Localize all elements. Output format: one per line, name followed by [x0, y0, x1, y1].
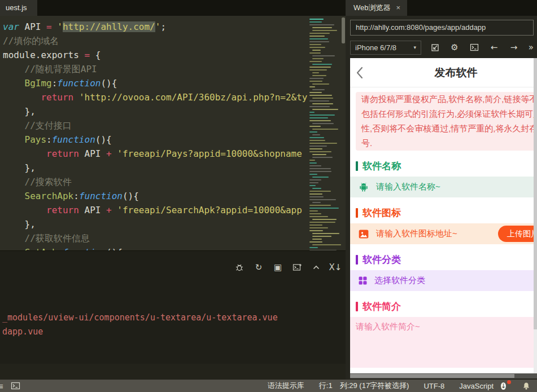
minimap-line	[312, 55, 335, 56]
minimap-line	[309, 117, 328, 118]
open-external-icon[interactable]	[430, 42, 440, 52]
minimap-line	[309, 216, 328, 217]
minimap-line	[309, 21, 322, 23]
minimap-line	[309, 19, 324, 20]
scrollbar-thumb[interactable]	[350, 374, 514, 378]
nav-forward-icon[interactable]: →	[509, 42, 519, 52]
editor-vertical-scrollbar[interactable]	[341, 16, 346, 266]
minimap-line	[309, 81, 322, 82]
minimap-line	[309, 196, 324, 197]
url-input[interactable]: http://ahlly.com:8080/pages/app/addapp	[350, 20, 534, 36]
app-name-input[interactable]: 请输入软件名称~	[350, 177, 537, 197]
app-name-placeholder: 请输入软件名称~	[376, 182, 440, 192]
minimap-line	[309, 210, 318, 212]
minimap-line	[309, 61, 322, 62]
editor-minimap[interactable]	[308, 16, 342, 266]
code-line: BgImg:function(){	[3, 76, 308, 90]
minimap-line	[309, 78, 324, 79]
app-category-select[interactable]: 选择软件分类	[350, 270, 537, 291]
code-area[interactable]: var API = 'http://ahlly.com/';//填你的域名mod…	[0, 16, 308, 266]
app-description-textarea[interactable]: 请输入软件简介~	[350, 317, 537, 368]
minimap-line	[309, 185, 316, 186]
code-line: module.exports = {	[3, 48, 308, 62]
clear-console-icon[interactable]: X↓	[330, 262, 340, 272]
terminal-icon[interactable]	[469, 42, 479, 52]
minimap-line	[309, 41, 329, 42]
restart-icon[interactable]: ↻	[254, 262, 264, 272]
minimap-line	[309, 106, 330, 107]
code-line: //支付接口	[3, 118, 308, 133]
upload-image-button[interactable]: 上传图片	[498, 226, 537, 242]
minimap-line	[309, 222, 335, 223]
code-line: //随机背景图API	[3, 62, 308, 76]
new-terminal-icon[interactable]	[292, 262, 302, 272]
code-line: //获取软件信息	[3, 231, 308, 245]
minimap-line	[309, 140, 325, 141]
scrollbar-thumb[interactable]	[534, 58, 537, 329]
section-title-app-description: 软件简介	[350, 299, 537, 313]
encoding[interactable]: UTF-8	[424, 382, 444, 390]
editor-tab-label: uest.js	[6, 3, 27, 12]
minimap-line	[309, 131, 317, 133]
minimap-line	[312, 89, 325, 90]
editor-tab-request-js[interactable]: uest.js	[0, 0, 37, 16]
minimap-line	[309, 174, 317, 175]
nav-back-icon[interactable]: ←	[489, 42, 499, 52]
minimap-line	[312, 244, 341, 245]
preview-horizontal-scrollbar[interactable]	[350, 373, 537, 378]
minimap-line	[312, 233, 339, 234]
minimap-line	[309, 151, 331, 152]
minimap-line	[309, 95, 332, 96]
code-line: return 'http://ovooa.com/API/360bz/api.p…	[3, 90, 308, 104]
more-tools-icon[interactable]: »	[529, 42, 534, 52]
browser-tabbar: Web浏览器 ×	[346, 0, 537, 16]
stop-icon[interactable]: ▣	[273, 262, 283, 272]
minimap-line	[312, 219, 337, 220]
minimap-line	[309, 100, 329, 102]
image-icon	[358, 228, 369, 240]
minimap-line	[309, 52, 321, 54]
bell-icon[interactable]	[522, 382, 530, 390]
preview-vertical-scrollbar[interactable]	[534, 58, 537, 373]
cursor-line[interactable]: 行:1	[319, 381, 333, 391]
minimap-line	[309, 171, 331, 172]
minimap-line	[309, 36, 325, 37]
collapse-panel-icon[interactable]	[311, 262, 321, 272]
cursor-column-selection[interactable]: 列:29 (17字符被选择)	[340, 381, 409, 391]
minimap-line	[309, 146, 327, 147]
debug-bug-icon[interactable]	[234, 262, 245, 272]
section-title-app-icon: 软件图标	[350, 206, 537, 219]
url-row: http://ahlly.com:8080/pages/app/addapp	[350, 20, 534, 36]
editor-pane: uest.js var API = 'http://ahlly.com/';//…	[0, 0, 346, 380]
minimap-line	[312, 58, 324, 59]
app-icon-url-input[interactable]: 请输入软件图标地址~ 上传图片	[350, 223, 537, 244]
android-icon	[358, 182, 369, 193]
minimap-line	[312, 30, 337, 31]
scrollbar-thumb[interactable]	[342, 17, 345, 43]
minimap-line	[312, 27, 332, 28]
syntax-hint-lib[interactable]: 语法提示库	[268, 381, 304, 391]
console-panel: ↻ ▣ X↓ _modules/uview-ui/components/u-te…	[0, 250, 346, 364]
minimap-line	[312, 109, 338, 110]
minimap-line	[312, 154, 326, 155]
minimap-line	[312, 123, 334, 124]
minimap-line	[309, 205, 331, 206]
update-icon[interactable]: ↓	[501, 381, 510, 390]
minimap-line	[309, 86, 315, 87]
gear-icon[interactable]: ⚙	[449, 42, 460, 52]
browser-tab[interactable]: Web浏览器 ×	[346, 0, 407, 16]
minimap-line	[309, 143, 337, 144]
minimap-line	[312, 239, 322, 240]
code-line: Pays:function(){	[3, 133, 308, 147]
language-mode[interactable]: JavaScript	[459, 382, 494, 390]
close-icon[interactable]: ×	[396, 0, 401, 16]
terminal-icon[interactable]	[11, 382, 20, 390]
code-line: var API = 'http://ahlly.com/';	[3, 20, 308, 34]
minimap-line	[309, 193, 322, 195]
code-line: },	[3, 217, 308, 231]
menu-hamburger-icon[interactable]: ≡	[0, 381, 3, 391]
minimap-line	[309, 162, 317, 164]
minimap-line	[309, 182, 318, 183]
device-select[interactable]: iPhone 6/7/8 ▾	[350, 41, 421, 55]
chevron-down-icon: ▾	[413, 45, 416, 50]
